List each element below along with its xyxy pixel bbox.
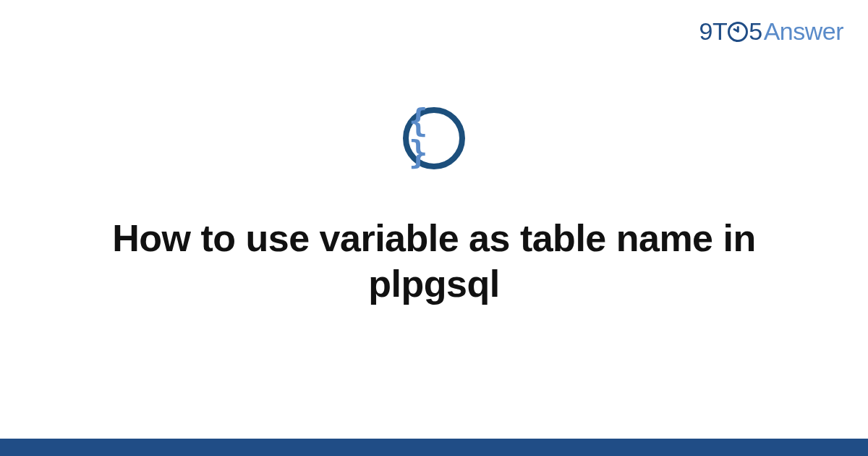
code-braces-icon: { } <box>403 107 465 169</box>
main-content: { } How to use variable as table name in… <box>0 0 868 456</box>
braces-glyph: { } <box>409 105 459 169</box>
page-title: How to use variable as table name in plp… <box>65 216 803 308</box>
footer-accent-bar <box>0 439 868 456</box>
